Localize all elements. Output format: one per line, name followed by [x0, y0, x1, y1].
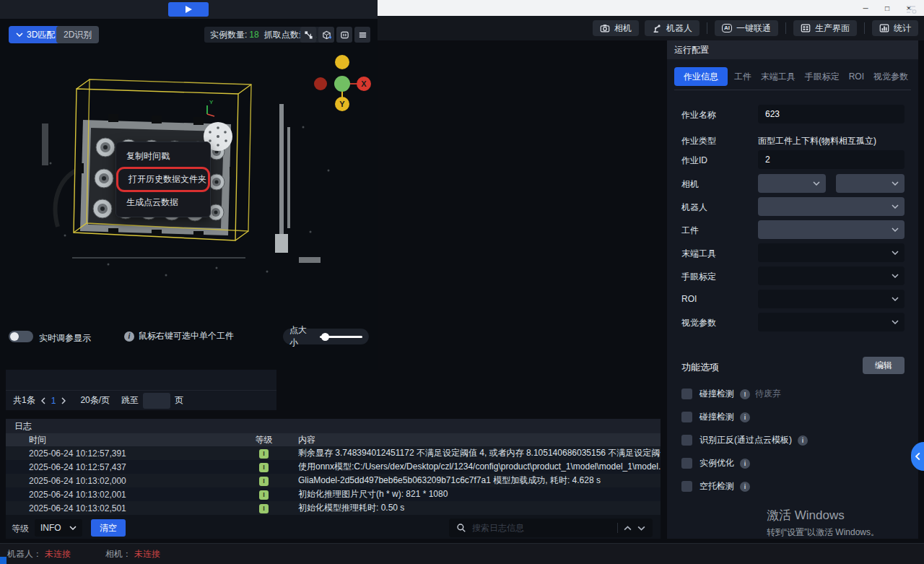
roi-select[interactable] [758, 290, 905, 308]
prev-page-icon[interactable] [41, 397, 45, 404]
mode-3d-match-button[interactable]: 3D匹配 [9, 26, 62, 43]
chevron-down-icon [813, 181, 820, 186]
realtime-param-label: 实时调参显示 [39, 332, 91, 344]
job-id-input[interactable] [758, 150, 905, 169]
search-next-icon[interactable] [637, 526, 645, 531]
warning-icon[interactable]: ! [740, 389, 750, 399]
log-time: 2025-06-24 10:13:02,001 [6, 490, 230, 500]
pagination-page-unit: 页 [175, 394, 183, 407]
robot-select[interactable] [758, 197, 905, 216]
log-time: 2025-06-24 10:12:57,437 [6, 462, 230, 472]
chevron-down-icon [892, 181, 899, 186]
statistics-button[interactable]: 统计 [872, 20, 918, 36]
handeye-select-label: 手眼标定 [681, 271, 716, 283]
log-level-select[interactable]: INFO [35, 519, 82, 537]
log-level-label: 等级 [12, 523, 29, 535]
orientation-gizmo[interactable]: X Y [309, 49, 375, 116]
robot-select-label: 机器人 [681, 201, 707, 214]
realtime-param-toggle[interactable] [9, 331, 33, 342]
clear-log-button[interactable]: 清空 [91, 519, 126, 537]
log-row[interactable]: 2025-06-24 10:13:02,501 I 初始化模型推理耗时: 0.5… [6, 501, 661, 515]
log-row[interactable]: 2025-06-24 10:13:02,001 I 初始化推理图片尺寸(h * … [6, 487, 661, 501]
camera-select-1[interactable] [758, 174, 826, 193]
view-menu-icon[interactable] [354, 27, 370, 43]
tab-job-info[interactable]: 作业信息 [674, 67, 728, 86]
log-col-level: 等级 [230, 434, 298, 446]
checkbox[interactable] [681, 412, 692, 422]
bounding-box-icon[interactable] [336, 27, 352, 43]
menu-item-generate-pointcloud[interactable]: 生成点云数据 [116, 192, 210, 213]
camera-button[interactable]: 相机 [593, 20, 639, 36]
tab-workpiece[interactable]: 工件 [731, 71, 754, 83]
log-content: 剩余显存 3.748394012451172 不满足设定阈值 4, 或者内存 8… [298, 447, 661, 459]
info-icon[interactable]: i [740, 459, 750, 469]
end-tool-select[interactable] [758, 243, 905, 262]
checkbox[interactable] [681, 389, 692, 399]
chevron-down-icon [892, 251, 899, 255]
mode-2d-recognition-button[interactable]: 2D识别 [56, 26, 99, 43]
option-collision: 碰撞检测 i [681, 411, 750, 423]
log-row[interactable]: 2025-06-24 10:12:57,391 I 剩余显存 3.7483940… [6, 446, 661, 460]
maximize-button[interactable]: □ [876, 4, 898, 12]
checkbox-label: 碰撞检测 [699, 388, 734, 400]
camera-status-label: 相机： [105, 548, 131, 560]
checkbox[interactable] [681, 481, 692, 492]
viewport-hint: i 鼠标右键可选中单个工件 [124, 330, 234, 342]
watermark-subtitle: 转到“设置”以激活 Windows。 [767, 526, 879, 539]
log-row[interactable]: 2025-06-24 10:12:57,437 I 使用onnx模型:C:/Us… [6, 460, 661, 474]
menu-item-open-history-folder[interactable]: 打开历史数据文件夹 [118, 169, 208, 190]
log-level: I [230, 489, 298, 500]
info-icon[interactable]: i [740, 412, 750, 422]
edit-options-button[interactable]: 编辑 [863, 357, 905, 374]
tab-roi[interactable]: ROI [846, 71, 867, 82]
tab-handeye-calibration[interactable]: 手眼标定 [802, 71, 842, 83]
camera-select-2[interactable] [836, 174, 905, 193]
job-type-label: 作业类型 [681, 135, 716, 147]
windows-activation-watermark: 激活 Windows 转到“设置”以激活 Windows。 [767, 507, 879, 539]
add-pointcloud-icon[interactable] [318, 27, 334, 43]
search-prev-icon[interactable] [624, 526, 632, 531]
production-view-button[interactable]: 生产界面 [793, 20, 857, 36]
tab-end-tool[interactable]: 末端工具 [758, 71, 798, 83]
log-search-box [449, 519, 653, 537]
pagination-current-page[interactable]: 1 [51, 396, 56, 406]
job-id-label: 作业ID [681, 155, 707, 167]
point-size-slider[interactable] [320, 336, 362, 338]
divider [617, 523, 618, 533]
robot-button[interactable]: 机器人 [645, 20, 699, 36]
vision-params-select[interactable] [758, 313, 905, 331]
log-search-input[interactable] [472, 523, 611, 533]
workpiece-select[interactable] [758, 220, 905, 239]
deprecated-tag: 待废弃 [755, 388, 781, 400]
checkbox[interactable] [681, 435, 692, 446]
run-button[interactable] [168, 2, 209, 17]
log-row[interactable]: 2025-06-24 10:13:02,000 I GliaModel-2d5d… [6, 474, 661, 487]
chevron-down-icon [16, 32, 23, 37]
log-level-value: INFO [40, 523, 61, 533]
end-tool-select-label: 末端工具 [681, 248, 716, 260]
grid-icon [801, 23, 811, 33]
jump-page-input[interactable] [143, 393, 170, 409]
info-icon[interactable]: i [740, 482, 750, 492]
job-name-input[interactable] [758, 105, 905, 123]
handeye-select[interactable] [758, 266, 905, 285]
slider-knob[interactable] [321, 333, 329, 341]
edit-options-label: 编辑 [875, 360, 892, 372]
level-badge: I [259, 490, 269, 500]
status-bar: 机器人： 未连接 相机： 未连接 [0, 543, 924, 564]
menu-item-copy-timestamp[interactable]: 复制时间戳 [116, 146, 210, 167]
svg-text:Y: Y [209, 99, 214, 105]
robot-icon [652, 23, 662, 33]
log-panel-header: 日志 [6, 419, 661, 433]
checkbox[interactable] [681, 458, 692, 469]
next-page-icon[interactable] [61, 397, 66, 404]
pagination-total: 共1条 [13, 394, 35, 407]
display-settings-icon[interactable] [905, 4, 917, 15]
pose-tree-icon[interactable] [300, 27, 316, 43]
pagination-per-page[interactable]: 20条/页 [80, 394, 110, 407]
info-icon[interactable]: i [798, 435, 808, 446]
one-key-link-button[interactable]: AI 一键联通 [715, 20, 778, 36]
bar-chart-icon [879, 23, 889, 33]
tab-vision-params[interactable]: 视觉参数 [871, 71, 911, 83]
minimize-button[interactable]: ─ [855, 4, 876, 12]
